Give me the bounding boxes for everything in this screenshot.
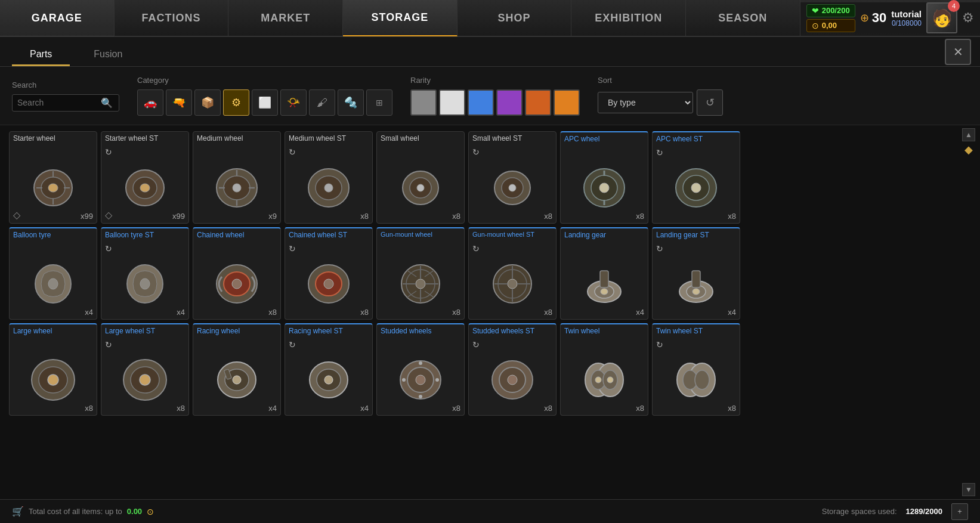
list-item[interactable]: Gun-mount wheel ST ↻ x8 xyxy=(468,227,557,320)
reset-button[interactable]: ↺ xyxy=(697,89,723,116)
list-item[interactable]: Chained wheel ST ↻ x8 xyxy=(285,227,373,320)
nav-season[interactable]: Season xyxy=(686,0,800,36)
item-count: x8 xyxy=(544,212,552,221)
rarity-common[interactable] xyxy=(410,89,437,116)
item-name: Balloon tyre ST xyxy=(101,228,188,246)
svg-point-92 xyxy=(508,375,517,385)
wheel-icon xyxy=(210,355,264,403)
search-box[interactable]: 🔍 xyxy=(12,94,119,112)
cat-weapon[interactable]: 🔫 xyxy=(166,89,192,116)
tab-parts[interactable]: Parts xyxy=(12,44,70,66)
settings-icon[interactable]: ⚙ xyxy=(962,10,974,26)
rarity-rare[interactable] xyxy=(468,89,494,116)
list-item[interactable]: Large wheel x8 xyxy=(9,323,97,416)
cat-wheel[interactable]: ⚙ xyxy=(223,89,249,116)
filter-row: Search 🔍 Category 🚗 🔫 📦 ⚙ ⬜ 📯 🖌 🔩 ⊞ xyxy=(0,67,980,125)
list-item[interactable]: Landing gear x4 xyxy=(560,227,648,320)
rarity-uncommon[interactable] xyxy=(439,89,465,116)
rarity-legendary[interactable] xyxy=(525,89,551,116)
item-count: x8 xyxy=(360,212,369,221)
list-item[interactable]: Medium wheel x9 xyxy=(193,131,281,224)
cat-vehicle[interactable]: 🚗 xyxy=(137,89,163,116)
list-item[interactable]: Large wheel ST ↻ x8 xyxy=(101,323,189,416)
scroll-up-btn[interactable]: ▲ xyxy=(962,128,975,141)
search-input[interactable] xyxy=(17,98,101,107)
nav-shop[interactable]: Shop xyxy=(457,0,572,36)
nav-garage[interactable]: Garage xyxy=(0,0,115,36)
item-count: x8 xyxy=(728,212,736,221)
bottom-bar: 🛒 Total cost of all items: up to 0.00 ⊙ … xyxy=(0,499,980,523)
sort-select[interactable]: By type By name By rarity By count xyxy=(598,92,693,113)
scroll-down-btn[interactable]: ▼ xyxy=(962,483,975,496)
wheel-icon xyxy=(302,355,355,403)
list-item[interactable]: Starter wheel ◇ x99 xyxy=(9,131,97,224)
svg-point-28 xyxy=(599,183,609,193)
item-count: x8 xyxy=(85,404,93,413)
svg-point-40 xyxy=(232,279,242,289)
cat-all[interactable]: ⊞ xyxy=(366,89,392,116)
cat-structure[interactable]: ⬜ xyxy=(252,89,278,116)
nav-factions[interactable]: Factions xyxy=(115,0,229,36)
cat-hardware[interactable]: 🔩 xyxy=(338,89,364,116)
item-count: x4 xyxy=(85,308,93,317)
item-name: APC wheel ST xyxy=(653,132,740,150)
cat-equipment[interactable]: 📦 xyxy=(194,89,221,116)
svg-point-72 xyxy=(48,375,58,385)
svg-point-9 xyxy=(140,184,150,192)
tab-fusion[interactable]: Fusion xyxy=(76,44,140,66)
cost-currency-icon: ⊙ xyxy=(147,507,154,516)
item-badge-icon: ◇ xyxy=(105,209,112,221)
svg-point-97 xyxy=(595,377,601,383)
sub-tabs: Parts Fusion xyxy=(0,37,980,67)
svg-point-64 xyxy=(601,289,608,295)
rarity-epic[interactable] xyxy=(496,89,523,116)
item-icon-area xyxy=(101,246,188,319)
nav-exhibition[interactable]: Exhibition xyxy=(571,0,686,36)
item-name: Chained wheel xyxy=(193,228,280,246)
close-button[interactable]: ✕ xyxy=(945,39,971,65)
item-name: Starter wheel xyxy=(10,132,97,150)
nav-storage[interactable]: Storage xyxy=(343,0,457,36)
svg-point-85 xyxy=(416,375,425,385)
list-item[interactable]: Small wheel ST ↻ x8 xyxy=(468,131,557,224)
item-name: Twin wheel ST xyxy=(653,324,740,342)
rarity-relic[interactable] xyxy=(554,89,580,116)
svg-point-43 xyxy=(324,279,333,289)
item-icon-area xyxy=(561,342,648,415)
list-item[interactable]: Balloon tyre ST ↻ x4 xyxy=(101,227,189,320)
nav-market[interactable]: Market xyxy=(228,0,343,36)
wheel-icon xyxy=(118,259,172,307)
list-item[interactable]: Starter wheel ST ↻ ◇ x99 xyxy=(101,131,189,224)
list-item[interactable]: Racing wheel ST ↻ x4 xyxy=(285,323,373,416)
list-item[interactable]: Balloon tyre x4 xyxy=(9,227,97,320)
item-name: Racing wheel xyxy=(193,324,280,342)
list-item[interactable]: Landing gear ST ↻ x4 xyxy=(652,227,740,320)
item-count: x8 xyxy=(544,404,552,413)
list-item[interactable]: Racing wheel x4 xyxy=(193,323,281,416)
rarity-label: Rarity xyxy=(410,76,580,85)
list-item[interactable]: Medium wheel ST ↻ x8 xyxy=(285,131,373,224)
list-item[interactable]: APC wheel ST ↻ x8 xyxy=(652,131,740,224)
item-icon-area xyxy=(101,342,188,415)
list-item[interactable]: Gun-mount wheel xyxy=(376,227,465,320)
cat-paint[interactable]: 🖌 xyxy=(309,89,335,116)
scroll-diamond-icon[interactable]: ◆ xyxy=(962,143,975,156)
wheel-icon xyxy=(669,259,723,307)
cat-special[interactable]: 📯 xyxy=(280,89,307,116)
list-item[interactable]: APC wheel x8 xyxy=(560,131,648,224)
refresh-icon: ↻ xyxy=(656,244,663,253)
item-name: Studded wheels xyxy=(377,324,464,342)
list-item[interactable]: Twin wheel ST ↻ x8 xyxy=(652,323,740,416)
wheel-icon xyxy=(302,163,355,211)
wheel-icon xyxy=(486,259,539,307)
item-name: Gun-mount wheel ST xyxy=(469,228,556,246)
search-icon: 🔍 xyxy=(101,97,113,109)
list-item[interactable]: Chained wheel x8 xyxy=(193,227,281,320)
list-item[interactable]: Studded wheels x8 xyxy=(376,323,465,416)
list-item[interactable]: Small wheel x8 xyxy=(376,131,465,224)
category-section: Category 🚗 🔫 📦 ⚙ ⬜ 📯 🖌 🔩 ⊞ xyxy=(137,76,392,116)
item-icon-area xyxy=(377,342,464,415)
list-item[interactable]: Twin wheel x8 xyxy=(560,323,648,416)
storage-add-btn[interactable]: + xyxy=(951,503,968,520)
list-item[interactable]: Studded wheels ST ↻ x8 xyxy=(468,323,557,416)
